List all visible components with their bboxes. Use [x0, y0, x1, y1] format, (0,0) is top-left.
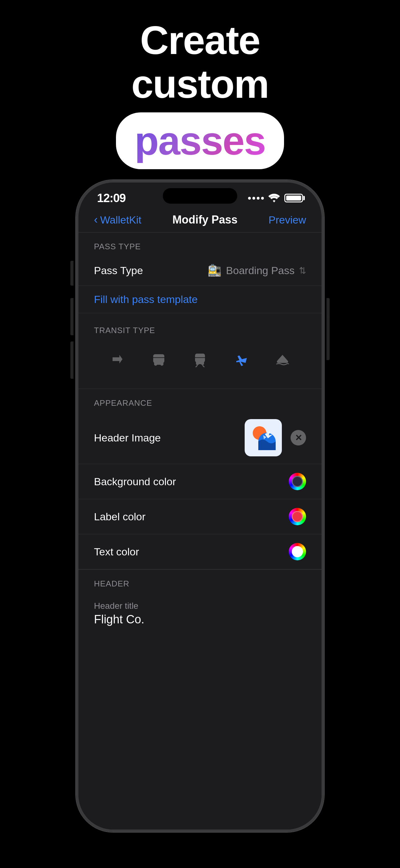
- side-button-silent: [70, 261, 73, 286]
- dynamic-island: [163, 188, 237, 204]
- svg-rect-2: [153, 357, 164, 358]
- header-image-thumbnail[interactable]: [245, 419, 282, 456]
- dot1: [248, 197, 251, 199]
- background-color-row[interactable]: Background color: [78, 464, 322, 499]
- passes-word: passes: [135, 119, 265, 163]
- status-icons: [248, 194, 303, 203]
- svg-line-11: [196, 365, 198, 367]
- label-color-picker[interactable]: [289, 508, 306, 525]
- transit-icon-boat[interactable]: [269, 345, 296, 373]
- status-bar: 12:09: [78, 183, 322, 207]
- pass-type-label: Pass Type: [94, 265, 143, 277]
- phone-screen: 12:09: [78, 183, 322, 830]
- phone-mockup: 12:09: [76, 180, 324, 863]
- back-label: WalletKit: [100, 214, 141, 226]
- side-button-vol-down: [70, 341, 73, 379]
- svg-rect-10: [196, 362, 204, 364]
- background-color-picker[interactable]: [289, 473, 306, 490]
- phone-body: 12:09: [76, 180, 324, 832]
- nav-bar: ‹ WalletKit Modify Pass Preview: [78, 207, 322, 232]
- transit-section: TRANSIT TYPE: [78, 313, 322, 389]
- transit-icon-arrow[interactable]: [104, 345, 131, 373]
- header-image-controls: ✕: [245, 419, 306, 456]
- chevron-updown-icon: ⇅: [299, 266, 306, 276]
- header-section: HEADER Header title Flight Co.: [78, 569, 322, 629]
- fill-template-link[interactable]: Fill with pass template: [78, 286, 322, 313]
- header-title-row[interactable]: Header title Flight Co.: [78, 592, 322, 629]
- transit-icon-bus[interactable]: [145, 345, 173, 373]
- appearance-section-label: APPEARANCE: [78, 389, 322, 412]
- dot3: [257, 197, 260, 199]
- transit-section-label: TRANSIT TYPE: [94, 316, 306, 339]
- transit-icons-row: [94, 339, 306, 379]
- battery-icon: [284, 194, 303, 203]
- dot4: [261, 197, 264, 199]
- passes-pill: passes: [116, 113, 284, 169]
- svg-rect-1: [153, 354, 164, 363]
- text-color-row[interactable]: Text color: [78, 534, 322, 569]
- dot2: [253, 197, 255, 199]
- svg-rect-13: [277, 361, 288, 363]
- transit-icon-train[interactable]: [186, 345, 214, 373]
- header-title-sublabel: Header title: [94, 601, 306, 611]
- label-color-row[interactable]: Label color: [78, 499, 322, 534]
- svg-rect-7: [195, 357, 205, 358]
- svg-rect-5: [154, 362, 163, 365]
- train-icon: 🚉: [208, 264, 222, 277]
- battery-fill: [286, 195, 301, 200]
- hero-line1: Create: [0, 19, 400, 62]
- background-color-label: Background color: [94, 475, 176, 488]
- clear-image-button[interactable]: ✕: [291, 430, 306, 445]
- header-title-value: Flight Co.: [94, 613, 306, 626]
- signal-icon: [248, 197, 264, 199]
- side-button-vol-up: [70, 298, 73, 335]
- pass-type-row[interactable]: Pass Type 🚉 Boarding Pass ⇅: [78, 255, 322, 286]
- pass-type-text: Boarding Pass: [226, 265, 295, 277]
- preview-button[interactable]: Preview: [269, 214, 306, 226]
- hero-section: Create custom passes: [0, 19, 400, 169]
- side-button-power: [327, 298, 330, 360]
- nav-title: Modify Pass: [172, 213, 237, 226]
- header-image-row: Header Image: [78, 412, 322, 464]
- header-image-label: Header Image: [94, 432, 161, 444]
- screen-fade-overlay: [78, 792, 322, 830]
- hero-line2: custom: [0, 62, 400, 106]
- appearance-section: APPEARANCE Header Image: [78, 389, 322, 569]
- chevron-left-icon: ‹: [94, 213, 98, 226]
- pass-type-value: 🚉 Boarding Pass ⇅: [208, 264, 306, 277]
- pass-type-section-label: Pass Type: [78, 232, 322, 255]
- text-color-swatch: [292, 546, 303, 557]
- wifi-icon: [268, 194, 280, 203]
- label-color-swatch: [292, 511, 303, 522]
- text-color-picker[interactable]: [289, 543, 306, 560]
- label-color-label: Label color: [94, 511, 145, 523]
- text-color-label: Text color: [94, 546, 139, 558]
- travel-logo-svg: [248, 422, 279, 453]
- header-section-label: HEADER: [78, 570, 322, 592]
- back-button[interactable]: ‹ WalletKit: [94, 213, 141, 226]
- status-time: 12:09: [97, 191, 126, 205]
- transit-icon-airplane[interactable]: [227, 345, 255, 373]
- svg-marker-0: [112, 355, 123, 364]
- background-color-swatch: [292, 476, 303, 487]
- svg-line-12: [202, 365, 204, 367]
